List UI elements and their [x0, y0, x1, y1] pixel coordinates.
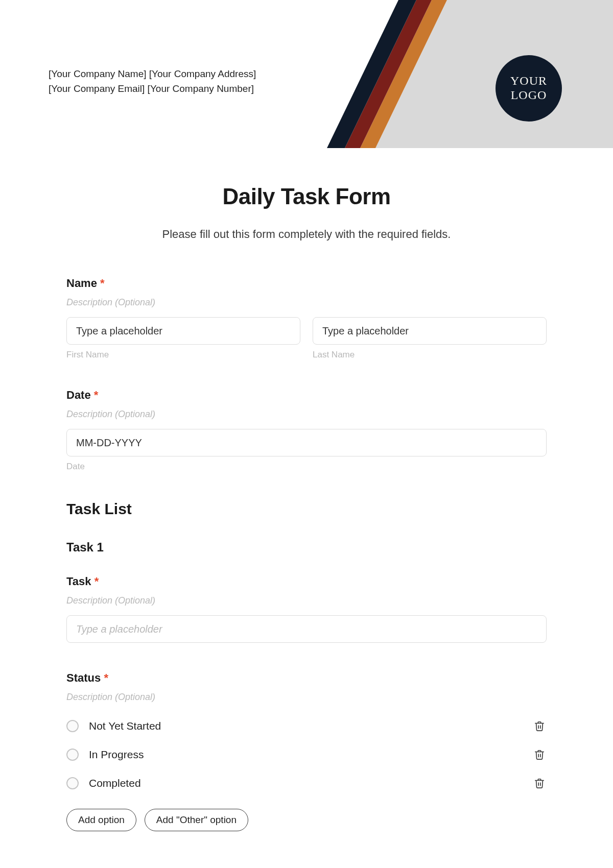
required-mark: * [95, 575, 99, 588]
status-label: Status * [66, 671, 547, 685]
status-option-row: In Progress [66, 740, 547, 769]
radio-icon[interactable] [66, 720, 79, 732]
task-list-heading: Task List [66, 500, 547, 518]
status-option-buttons: Add option Add "Other" option [66, 809, 547, 831]
company-info: [Your Company Name] [Your Company Addres… [49, 66, 256, 97]
trash-icon[interactable] [532, 719, 547, 733]
company-line-1: [Your Company Name] [Your Company Addres… [49, 66, 256, 81]
status-option-label[interactable]: In Progress [89, 749, 532, 761]
radio-icon[interactable] [66, 749, 79, 761]
radio-icon[interactable] [66, 777, 79, 789]
header-decoration [327, 0, 613, 148]
logo-text-line2: LOGO [511, 88, 547, 103]
form-subtitle: Please fill out this form completely wit… [66, 228, 547, 241]
status-option-row: Not Yet Started [66, 712, 547, 740]
date-label: Date * [66, 389, 547, 402]
status-option-label[interactable]: Completed [89, 777, 532, 789]
status-option-label[interactable]: Not Yet Started [89, 720, 532, 732]
last-name-hint: Last Name [313, 350, 547, 360]
required-mark: * [104, 671, 108, 684]
required-mark: * [94, 389, 99, 401]
name-description: Description (Optional) [66, 297, 547, 308]
company-line-2: [Your Company Email] [Your Company Numbe… [49, 81, 256, 96]
name-group: Name * Description (Optional) First Name… [66, 277, 547, 360]
logo-text-line1: YOUR [510, 74, 547, 88]
first-name-hint: First Name [66, 350, 300, 360]
required-mark: * [100, 277, 105, 290]
add-other-option-button[interactable]: Add "Other" option [145, 809, 248, 831]
trash-icon[interactable] [532, 776, 547, 790]
date-hint: Date [66, 462, 547, 472]
status-description: Description (Optional) [66, 692, 547, 703]
logo-placeholder: YOUR LOGO [496, 55, 562, 122]
task-1-heading: Task 1 [66, 540, 547, 554]
status-group: Status * Description (Optional) Not Yet … [66, 671, 547, 831]
task-input[interactable] [66, 615, 547, 643]
first-name-input[interactable] [66, 317, 300, 345]
task-description: Description (Optional) [66, 595, 547, 606]
date-input[interactable] [66, 429, 547, 456]
trash-icon[interactable] [532, 748, 547, 762]
date-description: Description (Optional) [66, 409, 547, 420]
name-label: Name * [66, 277, 547, 290]
status-option-row: Completed [66, 769, 547, 798]
form-title: Daily Task Form [66, 184, 547, 209]
date-group: Date * Description (Optional) Date [66, 389, 547, 472]
add-option-button[interactable]: Add option [66, 809, 136, 831]
form-container: Daily Task Form Please fill out this for… [66, 184, 547, 831]
last-name-input[interactable] [313, 317, 547, 345]
task-label: Task * [66, 575, 547, 588]
task-group: Task * Description (Optional) [66, 575, 547, 643]
